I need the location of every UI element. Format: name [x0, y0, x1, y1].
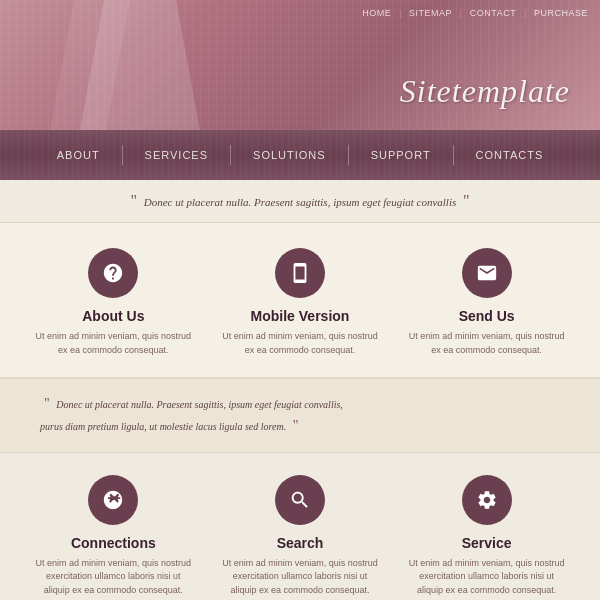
top-nav-purchase[interactable]: PURCHASE [534, 8, 588, 18]
send-title: Send Us [407, 308, 567, 324]
send-desc: Ut enim ad minim veniam, quis nostrud ex… [407, 330, 567, 357]
feature-about-us: About Us Ut enim ad minim veniam, quis n… [33, 248, 193, 357]
mobile-desc: Ut enim ad minim veniam, quis nostrud ex… [220, 330, 380, 357]
mobile-title: Mobile Version [220, 308, 380, 324]
nav-contacts[interactable]: CONTACTS [454, 149, 566, 161]
service-title: Service [407, 535, 567, 551]
search-feature-icon [275, 475, 325, 525]
connections-desc: Ut enim ad minim veniam, quis nostrud ex… [33, 557, 193, 598]
send-icon [462, 248, 512, 298]
connections-icon [88, 475, 138, 525]
top-nav-sep2: | [460, 8, 462, 18]
nav-support[interactable]: SUPPORT [349, 149, 453, 161]
search-title: Search [220, 535, 380, 551]
feature-send: Send Us Ut enim ad minim veniam, quis no… [407, 248, 567, 357]
feature-mobile: Mobile Version Ut enim ad minim veniam, … [220, 248, 380, 357]
quote-open-1: " [130, 192, 137, 209]
features-row-2: Connections Ut enim ad minim veniam, qui… [0, 453, 600, 600]
quote-text-1: " Donec ut placerat nulla. Praesent sagi… [126, 196, 473, 208]
top-nav-home[interactable]: HOME [362, 8, 391, 18]
feature-connections: Connections Ut enim ad minim veniam, qui… [33, 475, 193, 598]
nav-about[interactable]: ABOUT [35, 149, 122, 161]
mobile-icon [275, 248, 325, 298]
quote-bar-2: " Donec ut placerat nulla. Praesent sagi… [0, 378, 600, 453]
nav-services[interactable]: SERVICES [123, 149, 230, 161]
nav-solutions[interactable]: SOLUTIONS [231, 149, 348, 161]
feature-service: Service Ut enim ad minim veniam, quis no… [407, 475, 567, 598]
top-nav-sitemap[interactable]: SITEMAP [409, 8, 452, 18]
quote-text-2: " Donec ut placerat nulla. Praesent sagi… [40, 393, 560, 438]
feature-search: Search Ut enim ad minim veniam, quis nos… [220, 475, 380, 598]
quote-close-1: " [463, 192, 470, 209]
connections-title: Connections [33, 535, 193, 551]
quote-open-2: " [44, 396, 50, 411]
top-nav-contact[interactable]: CONTACT [470, 8, 516, 18]
site-title: Sitetemplate [400, 73, 570, 110]
about-us-title: About Us [33, 308, 193, 324]
quote-bar-1: " Donec ut placerat nulla. Praesent sagi… [0, 180, 600, 223]
header: HOME | SITEMAP | CONTACT | PURCHASE Site… [0, 0, 600, 130]
top-nav-sep3: | [524, 8, 526, 18]
about-us-icon [88, 248, 138, 298]
search-desc: Ut enim ad minim veniam, quis nostrud ex… [220, 557, 380, 598]
quote-close-2: " [293, 418, 299, 433]
features-row-1: About Us Ut enim ad minim veniam, quis n… [0, 223, 600, 378]
service-gear-icon [462, 475, 512, 525]
main-nav: ABOUT SERVICES SOLUTIONS SUPPORT CONTACT… [0, 130, 600, 180]
service-desc: Ut enim ad minim veniam, quis nostrud ex… [407, 557, 567, 598]
about-us-desc: Ut enim ad minim veniam, quis nostrud ex… [33, 330, 193, 357]
top-nav: HOME | SITEMAP | CONTACT | PURCHASE [362, 8, 588, 18]
quote-content-1: Donec ut placerat nulla. Praesent sagitt… [144, 196, 457, 208]
top-nav-sep1: | [399, 8, 401, 18]
